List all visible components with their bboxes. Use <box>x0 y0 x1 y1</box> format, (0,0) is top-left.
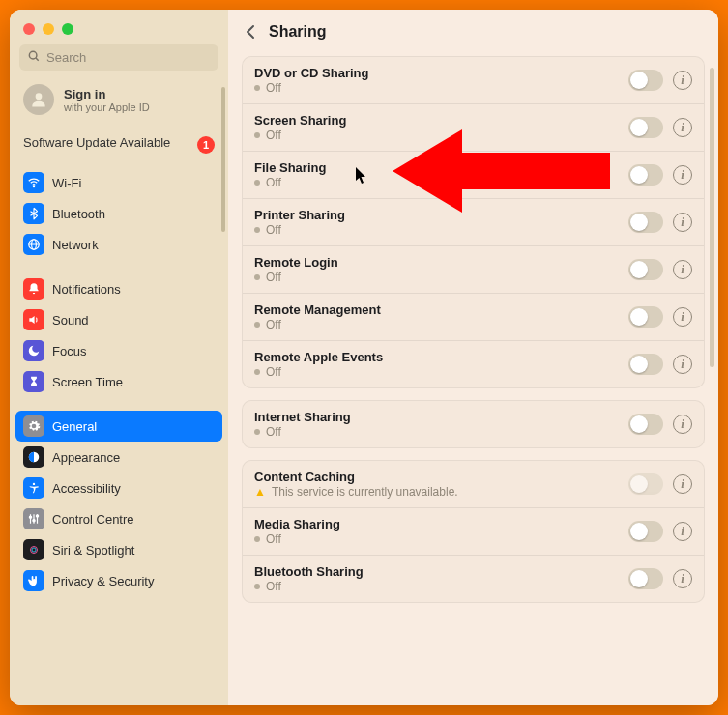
row-title: Internet Sharing <box>254 410 619 424</box>
toggle-remote-mgmt[interactable] <box>628 306 663 328</box>
sidebar-item-label: Privacy & Security <box>52 574 154 588</box>
sharing-row-remote-apple: Remote Apple EventsOffi <box>243 341 704 387</box>
sidebar-item-sound[interactable]: Sound <box>15 304 222 335</box>
settings-panel: Content Caching▲This service is currentl… <box>242 460 705 603</box>
hand-icon <box>23 570 44 591</box>
close-button[interactable] <box>23 23 35 35</box>
settings-panel: Internet SharingOffi <box>242 400 705 448</box>
info-button-printer[interactable]: i <box>673 213 692 232</box>
svg-point-12 <box>29 516 31 518</box>
row-status: Off <box>254 81 619 95</box>
window-controls <box>10 10 228 44</box>
globe-icon <box>23 234 44 255</box>
bell-icon <box>23 278 44 300</box>
page-title: Sharing <box>269 23 327 41</box>
minimize-button[interactable] <box>43 23 54 35</box>
info-button-remote-login[interactable]: i <box>673 260 692 279</box>
toggle-screen[interactable] <box>628 117 663 138</box>
status-dot-icon <box>254 369 260 375</box>
main-body[interactable]: DVD or CD SharingOffiScreen SharingOffiF… <box>228 52 718 705</box>
status-dot-icon <box>254 274 260 280</box>
toggle-file[interactable] <box>628 164 663 186</box>
sidebar-item-siri[interactable]: Siri & Spotlight <box>15 534 222 565</box>
info-button-content-caching[interactable]: i <box>673 474 692 494</box>
settings-panel: DVD or CD SharingOffiScreen SharingOffiF… <box>242 56 705 388</box>
row-status: Off <box>254 271 619 284</box>
sidebar-item-focus[interactable]: Focus <box>15 335 222 366</box>
speaker-icon <box>23 309 44 330</box>
main-scrollbar[interactable] <box>710 68 714 367</box>
row-status: Off <box>254 176 619 189</box>
sign-in-subtitle: with your Apple ID <box>64 101 150 113</box>
sharing-row-internet: Internet SharingOffi <box>243 401 704 447</box>
sharing-row-media: Media SharingOffi <box>243 508 704 556</box>
zoom-button[interactable] <box>62 23 73 35</box>
info-button-dvd[interactable]: i <box>673 71 692 90</box>
sidebar-scrollbar[interactable] <box>221 87 225 232</box>
sharing-row-remote-mgmt: Remote ManagementOffi <box>243 294 704 341</box>
toggle-media[interactable] <box>628 521 663 542</box>
sign-in-row[interactable]: Sign in with your Apple ID <box>10 78 228 127</box>
moon-icon <box>23 340 44 361</box>
svg-point-14 <box>36 515 38 517</box>
search-input[interactable]: Search <box>19 44 218 71</box>
sidebar-item-bluetooth[interactable]: Bluetooth <box>15 198 222 229</box>
toggle-content-caching <box>628 473 663 495</box>
row-title: Remote Management <box>254 302 619 317</box>
toggle-internet[interactable] <box>628 414 663 435</box>
toggle-remote-apple[interactable] <box>628 354 663 375</box>
svg-point-0 <box>29 51 37 59</box>
sidebar-list[interactable]: Wi-FiBluetoothNetworkNotificationsSoundF… <box>10 167 228 705</box>
sidebar-item-wifi[interactable]: Wi-Fi <box>15 167 222 198</box>
bluetooth-icon <box>23 203 44 224</box>
svg-point-8 <box>33 483 35 485</box>
sidebar-item-control-centre[interactable]: Control Centre <box>15 503 222 534</box>
wifi-icon <box>23 172 44 193</box>
siri-icon <box>23 539 44 560</box>
sidebar-item-label: Control Centre <box>52 512 134 527</box>
status-dot-icon <box>254 429 260 435</box>
row-status: Off <box>254 425 619 439</box>
sidebar-item-appearance[interactable]: Appearance <box>15 442 222 472</box>
main-header: Sharing <box>228 10 718 52</box>
sidebar-item-general[interactable]: General <box>15 411 222 442</box>
search-icon <box>27 49 41 66</box>
row-title: DVD or CD Sharing <box>254 66 619 80</box>
toggle-dvd[interactable] <box>628 70 663 91</box>
svg-point-2 <box>36 93 43 100</box>
toggle-printer[interactable] <box>628 212 663 233</box>
row-title: Content Caching <box>254 470 619 484</box>
sidebar-item-accessibility[interactable]: Accessibility <box>15 472 222 503</box>
software-update-row[interactable]: Software Update Available 1 <box>10 127 228 167</box>
svg-line-1 <box>36 58 39 61</box>
row-title: Screen Sharing <box>254 113 619 128</box>
sharing-row-dvd: DVD or CD SharingOffi <box>243 57 704 104</box>
toggle-remote-login[interactable] <box>628 259 663 280</box>
sidebar-item-label: Siri & Spotlight <box>52 543 134 558</box>
sidebar-item-label: General <box>52 419 97 434</box>
info-button-remote-mgmt[interactable]: i <box>673 307 692 327</box>
sidebar-item-screentime[interactable]: Screen Time <box>15 366 222 397</box>
row-title: Remote Apple Events <box>254 350 619 364</box>
sidebar-item-label: Network <box>52 238 99 252</box>
avatar <box>23 84 54 115</box>
hourglass-icon <box>23 371 44 392</box>
sidebar-item-notifications[interactable]: Notifications <box>15 273 222 304</box>
info-button-screen[interactable]: i <box>673 118 692 137</box>
sidebar-item-network[interactable]: Network <box>15 229 222 260</box>
warning-icon: ▲ <box>254 485 266 499</box>
sidebar-item-privacy[interactable]: Privacy & Security <box>15 565 222 596</box>
info-button-bluetooth-sharing[interactable]: i <box>673 569 692 588</box>
info-button-internet[interactable]: i <box>673 415 692 434</box>
info-button-remote-apple[interactable]: i <box>673 355 692 374</box>
info-button-file[interactable]: i <box>673 165 692 185</box>
back-button[interactable] <box>240 21 261 43</box>
toggle-bluetooth-sharing[interactable] <box>628 568 663 589</box>
info-button-media[interactable]: i <box>673 522 692 541</box>
row-status: ▲This service is currently unavailable. <box>254 485 619 499</box>
status-dot-icon <box>254 227 260 233</box>
row-title: Bluetooth Sharing <box>254 564 619 579</box>
sidebar-item-label: Focus <box>52 344 86 358</box>
row-status: Off <box>254 318 619 331</box>
accessibility-icon <box>23 477 44 499</box>
